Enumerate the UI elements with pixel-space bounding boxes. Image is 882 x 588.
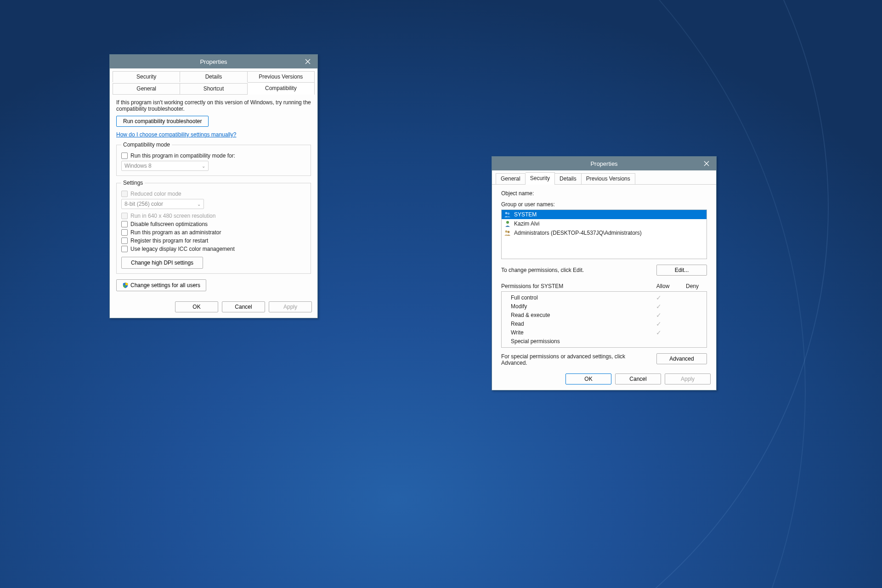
user-name: SYSTEM	[514, 211, 537, 218]
color-mode-value: 8-bit (256) color	[124, 201, 163, 207]
permissions-table: Full control ✓ Modify ✓ Read & execute ✓…	[501, 291, 707, 348]
disable-fullscreen-label: Disable fullscreen optimizations	[130, 221, 208, 227]
properties-security-dialog: Properties General Security Details Prev…	[492, 156, 717, 390]
perm-name: Full control	[511, 294, 644, 301]
reduced-color-checkbox	[121, 191, 128, 197]
advanced-button[interactable]: Advanced	[656, 353, 707, 364]
change-permissions-hint: To change permissions, click Edit.	[501, 267, 584, 273]
perm-name: Read & execute	[511, 312, 644, 319]
compat-mode-legend: Compatibility mode	[121, 141, 172, 148]
run-admin-label: Run this program as an administrator	[130, 229, 221, 236]
manual-settings-link[interactable]: How do I choose compatibility settings m…	[116, 131, 236, 138]
edit-button[interactable]: Edit...	[656, 265, 707, 276]
allow-header: Allow	[648, 283, 678, 289]
ok-button[interactable]: OK	[175, 301, 218, 312]
list-item[interactable]: Administrators (DESKTOP-4L537JQ\Administ…	[502, 228, 707, 237]
run-640-label: Run in 640 x 480 screen resolution	[130, 213, 215, 219]
perm-name: Special permissions	[511, 338, 644, 345]
close-button[interactable]	[298, 55, 317, 68]
permissions-header: Permissions for SYSTEM	[501, 283, 648, 289]
tab-compatibility[interactable]: Compatibility	[248, 82, 315, 94]
cancel-button[interactable]: Cancel	[615, 373, 661, 384]
user-name: Kazim Alvi	[514, 220, 539, 227]
change-all-users-button[interactable]: Change settings for all users	[116, 279, 206, 291]
deny-header: Deny	[678, 283, 707, 289]
list-item[interactable]: Kazim Alvi	[502, 219, 707, 228]
run-troubleshooter-button[interactable]: Run compatibility troubleshooter	[116, 116, 209, 127]
close-icon	[704, 161, 709, 166]
perm-row: Read ✓	[505, 320, 703, 328]
check-icon: ✓	[656, 303, 662, 310]
advanced-hint: For special permissions or advanced sett…	[501, 353, 639, 366]
user-listbox[interactable]: SYSTEM Kazim Alvi Administrators (DESKTO…	[501, 209, 707, 259]
ok-button[interactable]: OK	[565, 373, 611, 384]
cancel-button[interactable]: Cancel	[222, 301, 265, 312]
tab-security[interactable]: Security	[113, 71, 180, 82]
perm-row: Full control ✓	[505, 294, 703, 302]
legacy-icc-checkbox[interactable]	[121, 246, 128, 252]
settings-group: Settings Reduced color mode 8-bit (256) …	[116, 180, 311, 274]
disable-fullscreen-checkbox[interactable]	[121, 221, 128, 227]
reduced-color-label: Reduced color mode	[130, 191, 181, 197]
perm-name: Read	[511, 321, 644, 328]
group-icon	[504, 229, 511, 237]
check-icon: ✓	[656, 294, 662, 301]
compat-mode-label: Run this program in compatibility mode f…	[130, 153, 235, 159]
tab-general[interactable]: General	[496, 173, 526, 184]
group-user-label: Group or user names:	[501, 201, 707, 208]
compat-mode-checkbox[interactable]	[121, 153, 128, 159]
tab-general[interactable]: General	[113, 83, 180, 94]
svg-point-6	[506, 221, 509, 224]
register-restart-checkbox[interactable]	[121, 237, 128, 244]
tab-details[interactable]: Details	[555, 173, 582, 184]
perm-row: Write ✓	[505, 328, 703, 337]
compat-os-value: Windows 8	[124, 163, 152, 169]
intro-text: If this program isn't working correctly …	[116, 99, 311, 112]
shield-icon	[122, 282, 129, 288]
perm-row: Read & execute ✓	[505, 311, 703, 320]
chevron-down-icon: ⌄	[202, 164, 205, 169]
group-icon	[504, 211, 511, 218]
tab-security[interactable]: Security	[526, 172, 555, 184]
run-640-checkbox	[121, 213, 128, 219]
register-restart-label: Register this program for restart	[130, 237, 208, 244]
color-mode-select: 8-bit (256) color ⌄	[121, 199, 204, 209]
perm-row: Modify ✓	[505, 302, 703, 311]
window-title: Properties	[492, 160, 716, 167]
change-dpi-button[interactable]: Change high DPI settings	[121, 257, 203, 269]
object-name-label: Object name:	[501, 190, 707, 197]
tab-shortcut[interactable]: Shortcut	[180, 83, 247, 94]
check-icon: ✓	[656, 329, 662, 336]
svg-point-4	[505, 212, 508, 215]
titlebar[interactable]: Properties	[110, 55, 317, 68]
compat-os-select[interactable]: Windows 8 ⌄	[121, 161, 209, 171]
close-icon	[305, 59, 311, 64]
perm-row: Special permissions	[505, 337, 703, 345]
tab-details[interactable]: Details	[180, 71, 247, 82]
tab-previous-versions[interactable]: Previous Versions	[248, 71, 315, 82]
compatibility-mode-group: Compatibility mode Run this program in c…	[116, 141, 311, 176]
legacy-icc-label: Use legacy display ICC color management	[130, 246, 235, 252]
titlebar[interactable]: Properties	[492, 157, 716, 170]
check-icon: ✓	[656, 320, 662, 328]
svg-point-8	[508, 231, 510, 233]
apply-button: Apply	[269, 301, 312, 312]
change-all-users-label: Change settings for all users	[130, 282, 200, 288]
window-title: Properties	[110, 58, 317, 65]
perm-name: Write	[511, 329, 644, 336]
user-icon	[504, 220, 511, 227]
chevron-down-icon: ⌄	[197, 202, 201, 207]
svg-point-5	[508, 213, 510, 215]
user-name: Administrators (DESKTOP-4L537JQ\Administ…	[514, 230, 642, 236]
list-item[interactable]: SYSTEM	[502, 210, 707, 219]
perm-name: Modify	[511, 303, 644, 310]
tab-previous-versions[interactable]: Previous Versions	[582, 173, 635, 184]
settings-legend: Settings	[121, 180, 145, 186]
run-admin-checkbox[interactable]	[121, 229, 128, 236]
close-button[interactable]	[697, 157, 716, 170]
svg-point-7	[505, 231, 508, 233]
check-icon: ✓	[656, 311, 662, 319]
apply-button: Apply	[665, 373, 711, 384]
properties-compatibility-dialog: Properties Security Details Previous Ver…	[109, 54, 318, 318]
